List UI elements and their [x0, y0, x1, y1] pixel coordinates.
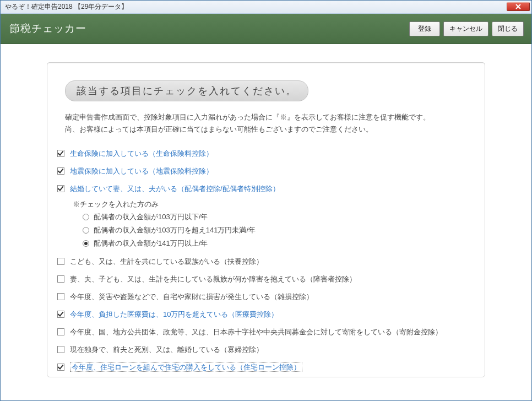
- checkbox[interactable]: [57, 150, 64, 157]
- check-label: 今年度、負担した医療費は、10万円を超えている（医療費控除）: [70, 310, 278, 319]
- radio[interactable]: [83, 240, 89, 247]
- checkbox[interactable]: [57, 293, 64, 300]
- radio-label: 配偶者の収入金額が103万円を超え141万円未満/年: [94, 225, 256, 236]
- spouse-income-subgroup: ※チェックを入れた方のみ 配偶者の収入金額が103万円以下/年 配偶者の収入金額…: [73, 199, 471, 249]
- check-label: 今年度、国、地方公共団体、政党等、又は、日本赤十字社や中央共同募金会に対して寄附…: [70, 327, 442, 337]
- check-label: 今年度、住宅ローンを組んで住宅の購入をしている（住宅ローン控除）: [70, 362, 302, 372]
- check-label: 生命保険に加入している（生命保険料控除）: [70, 149, 213, 159]
- check-label: 現在独身で、前夫と死別、又は、離婚している（寡婦控除）: [70, 345, 263, 355]
- check-label: 結婚していて妻、又は、夫がいる（配偶者控除/配偶者特別控除）: [70, 184, 280, 194]
- radio-row-2: 配偶者の収入金額が103万円を超え141万円未満/年: [83, 225, 471, 236]
- check-item-disability: 妻、夫、子ども、又は、生計を共にしている親族が何か障害を抱えている（障害者控除）: [57, 274, 471, 284]
- window-title: やるぞ！確定申告2018 【29年分データ】: [5, 2, 128, 12]
- window-close-button[interactable]: [507, 2, 530, 11]
- instruction-pill: 該当する項目にチェックを入れてください。: [65, 80, 308, 101]
- body: 該当する項目にチェックを入れてください。 確定申告書作成画面で、控除対象項目に入…: [1, 44, 531, 400]
- check-item-medical: 今年度、負担した医療費は、10万円を超えている（医療費控除）: [57, 310, 471, 319]
- checkbox[interactable]: [57, 258, 64, 265]
- checkbox[interactable]: [57, 364, 64, 371]
- check-label: 地震保険に加入している（地震保険料控除）: [70, 166, 213, 176]
- radio-label: 配偶者の収入金額が103万円以下/年: [94, 212, 208, 223]
- check-item-earthquake-insurance: 地震保険に加入している（地震保険料控除）: [57, 166, 471, 176]
- checkbox[interactable]: [57, 167, 64, 175]
- panel: 該当する項目にチェックを入れてください。 確定申告書作成画面で、控除対象項目に入…: [47, 62, 485, 377]
- check-label: 今年度、災害や盗難などで、自宅や家財に損害が発生している（雑損控除）: [70, 292, 313, 302]
- app-window: やるぞ！確定申告2018 【29年分データ】 節税チェッカー 登録 キャンセル …: [0, 0, 532, 401]
- check-item-donation: 今年度、国、地方公共団体、政党等、又は、日本赤十字社や中央共同募金会に対して寄附…: [57, 327, 471, 337]
- checkbox[interactable]: [57, 275, 64, 283]
- header: 節税チェッカー 登録 キャンセル 閉じる: [1, 14, 531, 44]
- checkbox[interactable]: [57, 311, 64, 318]
- radio-row-3: 配偶者の収入金額が141万円以上/年: [83, 238, 471, 249]
- check-list: 生命保険に加入している（生命保険料控除） 地震保険に加入している（地震保険料控除…: [57, 149, 471, 372]
- header-buttons: 登録 キャンセル 閉じる: [409, 21, 524, 36]
- check-item-widow: 現在独身で、前夫と死別、又は、離婚している（寡婦控除）: [57, 345, 471, 355]
- radio-row-1: 配偶者の収入金額が103万円以下/年: [83, 212, 471, 223]
- check-label: 妻、夫、子ども、又は、生計を共にしている親族が何か障害を抱えている（障害者控除）: [70, 274, 356, 284]
- sub-note: ※チェックを入れた方のみ: [73, 199, 471, 209]
- radio-label[interactable]: 配偶者の収入金額が141万円以上/年: [94, 238, 208, 249]
- register-button[interactable]: 登録: [409, 21, 440, 36]
- description: 確定申告書作成画面で、控除対象項目に入力漏れがあった場合に『※』を表示してお客様…: [65, 111, 471, 136]
- radio[interactable]: [83, 214, 89, 220]
- cancel-button[interactable]: キャンセル: [443, 21, 488, 36]
- description-line1: 確定申告書作成画面で、控除対象項目に入力漏れがあった場合に『※』を表示してお客様…: [65, 111, 471, 123]
- checkbox[interactable]: [57, 185, 64, 192]
- description-line2: 尚、お客様によっては本項目が正確に当てはまらない可能性もございますのでご注意くだ…: [65, 123, 471, 136]
- close-icon: [515, 4, 521, 9]
- close-button[interactable]: 閉じる: [492, 21, 524, 36]
- checkbox[interactable]: [57, 328, 64, 335]
- radio[interactable]: [83, 227, 89, 234]
- check-item-life-insurance: 生命保険に加入している（生命保険料控除）: [57, 149, 471, 159]
- checkbox[interactable]: [57, 346, 64, 353]
- title-bar: やるぞ！確定申告2018 【29年分データ】: [1, 1, 531, 14]
- check-label: こども、又は、生計を共にしている親族がいる（扶養控除）: [70, 257, 263, 267]
- check-item-casualty: 今年度、災害や盗難などで、自宅や家財に損害が発生している（雑損控除）: [57, 292, 471, 302]
- check-item-dependents: こども、又は、生計を共にしている親族がいる（扶養控除）: [57, 257, 471, 267]
- check-item-home-loan: 今年度、住宅ローンを組んで住宅の購入をしている（住宅ローン控除）: [57, 362, 471, 372]
- page-title: 節税チェッカー: [9, 21, 86, 36]
- check-item-spouse: 結婚していて妻、又は、夫がいる（配偶者控除/配偶者特別控除）: [57, 184, 471, 194]
